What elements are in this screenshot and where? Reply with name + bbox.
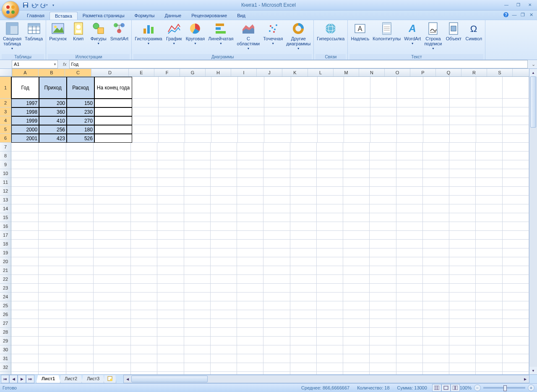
cell-A1[interactable]: Год bbox=[11, 77, 39, 99]
cell-M12[interactable] bbox=[343, 187, 370, 196]
row-header-27[interactable]: 27 bbox=[0, 319, 11, 328]
cell-K12[interactable] bbox=[290, 187, 317, 196]
cell-H25[interactable] bbox=[211, 301, 237, 310]
cell-R21[interactable] bbox=[476, 266, 502, 275]
cell-I13[interactable] bbox=[237, 196, 263, 204]
column-header-O[interactable]: O bbox=[385, 69, 410, 76]
doc-close-button[interactable]: ✕ bbox=[528, 11, 534, 18]
cell-F22[interactable] bbox=[157, 275, 184, 284]
cell-G29[interactable] bbox=[184, 337, 211, 345]
cell-O25[interactable] bbox=[396, 301, 423, 310]
cell-H10[interactable] bbox=[211, 169, 237, 178]
cell-I19[interactable] bbox=[237, 248, 263, 257]
cell-G7[interactable] bbox=[184, 143, 211, 152]
cell-B28[interactable] bbox=[39, 328, 66, 337]
cell-E15[interactable] bbox=[131, 213, 157, 222]
cell-C11[interactable] bbox=[66, 178, 94, 187]
cell-M14[interactable] bbox=[343, 204, 370, 213]
row-header-12[interactable]: 12 bbox=[0, 187, 11, 196]
cell-P21[interactable] bbox=[423, 266, 449, 275]
cell-H11[interactable] bbox=[211, 178, 237, 187]
cell-G18[interactable] bbox=[184, 240, 211, 248]
cell-D12[interactable] bbox=[94, 187, 131, 196]
cell-O20[interactable] bbox=[396, 257, 423, 266]
cell-D4[interactable] bbox=[94, 116, 132, 125]
cell-I3[interactable] bbox=[238, 107, 264, 116]
scroll-left-button[interactable]: ◀ bbox=[124, 375, 131, 383]
ribbon-headerfooter-button[interactable]: Колонтитулы bbox=[371, 21, 402, 42]
cell-D11[interactable] bbox=[94, 178, 131, 187]
row-header-28[interactable]: 28 bbox=[0, 328, 11, 337]
cell-H15[interactable] bbox=[211, 213, 237, 222]
ribbon-tab-рецензирование[interactable]: Рецензирование bbox=[186, 12, 232, 20]
cell-J12[interactable] bbox=[263, 187, 290, 196]
row-header-9[interactable]: 9 bbox=[0, 160, 11, 169]
cell-S14[interactable] bbox=[503, 204, 529, 213]
cell-I26[interactable] bbox=[237, 310, 263, 319]
cell-M3[interactable] bbox=[344, 107, 370, 116]
column-header-E[interactable]: E bbox=[129, 69, 154, 76]
cell-F16[interactable] bbox=[157, 222, 184, 231]
cell-O4[interactable] bbox=[397, 116, 423, 125]
cell-I30[interactable] bbox=[237, 345, 263, 354]
scroll-thumb[interactable] bbox=[530, 76, 536, 128]
cell-C13[interactable] bbox=[66, 196, 94, 204]
column-header-P[interactable]: P bbox=[410, 69, 436, 76]
ribbon-column-button[interactable]: Гистограмма▼ bbox=[133, 21, 164, 46]
cell-E9[interactable] bbox=[131, 160, 157, 169]
cell-H13[interactable] bbox=[211, 196, 237, 204]
cell-I14[interactable] bbox=[237, 204, 263, 213]
cell-B21[interactable] bbox=[39, 266, 66, 275]
cell-O11[interactable] bbox=[396, 178, 423, 187]
cell-C33[interactable] bbox=[66, 372, 94, 374]
cell-C24[interactable] bbox=[66, 293, 94, 301]
cell-Q15[interactable] bbox=[449, 213, 476, 222]
ribbon-tab-данные[interactable]: Данные bbox=[159, 12, 186, 20]
cell-E11[interactable] bbox=[131, 178, 157, 187]
cell-M31[interactable] bbox=[343, 354, 370, 363]
cell-E26[interactable] bbox=[131, 310, 157, 319]
column-header-D[interactable]: D bbox=[91, 69, 129, 76]
cell-L8[interactable] bbox=[317, 152, 343, 160]
cell-C16[interactable] bbox=[66, 222, 94, 231]
cell-O18[interactable] bbox=[396, 240, 423, 248]
cell-K8[interactable] bbox=[290, 152, 317, 160]
cell-G4[interactable] bbox=[185, 116, 211, 125]
cell-L19[interactable] bbox=[317, 248, 343, 257]
cell-L18[interactable] bbox=[317, 240, 343, 248]
row-header-22[interactable]: 22 bbox=[0, 275, 11, 284]
sheet-first-button[interactable]: ⏮ bbox=[1, 375, 9, 383]
cell-O7[interactable] bbox=[396, 143, 423, 152]
cell-S6[interactable] bbox=[503, 134, 529, 143]
row-header-26[interactable]: 26 bbox=[0, 310, 11, 319]
cell-O8[interactable] bbox=[396, 152, 423, 160]
cell-K15[interactable] bbox=[290, 213, 317, 222]
cell-C7[interactable] bbox=[66, 143, 94, 152]
cell-P28[interactable] bbox=[423, 328, 449, 337]
cell-G10[interactable] bbox=[184, 169, 211, 178]
column-header-A[interactable]: A bbox=[12, 69, 39, 76]
row-header-4[interactable]: 4 bbox=[0, 116, 11, 125]
cell-B2[interactable]: 200 bbox=[39, 99, 67, 107]
cell-L4[interactable] bbox=[318, 116, 344, 125]
cell-B30[interactable] bbox=[39, 345, 66, 354]
row-header-13[interactable]: 13 bbox=[0, 196, 11, 204]
cell-Q11[interactable] bbox=[449, 178, 476, 187]
cell-A17[interactable] bbox=[11, 231, 39, 240]
cell-R31[interactable] bbox=[476, 354, 502, 363]
page-layout-view-button[interactable] bbox=[441, 384, 451, 392]
cell-B14[interactable] bbox=[39, 204, 66, 213]
cell-O27[interactable] bbox=[396, 319, 423, 328]
cell-N3[interactable] bbox=[370, 107, 397, 116]
cell-M18[interactable] bbox=[343, 240, 370, 248]
ribbon-tab-вставка[interactable]: Вставка bbox=[50, 12, 78, 20]
cell-F8[interactable] bbox=[157, 152, 184, 160]
cell-B29[interactable] bbox=[39, 337, 66, 345]
cell-Q33[interactable] bbox=[449, 372, 476, 374]
cell-M32[interactable] bbox=[343, 363, 370, 372]
horizontal-scrollbar[interactable]: ◀ ▶ bbox=[123, 375, 529, 383]
column-header-G[interactable]: G bbox=[180, 69, 206, 76]
cell-J33[interactable] bbox=[263, 372, 290, 374]
cell-P17[interactable] bbox=[423, 231, 449, 240]
cell-N32[interactable] bbox=[370, 363, 396, 372]
